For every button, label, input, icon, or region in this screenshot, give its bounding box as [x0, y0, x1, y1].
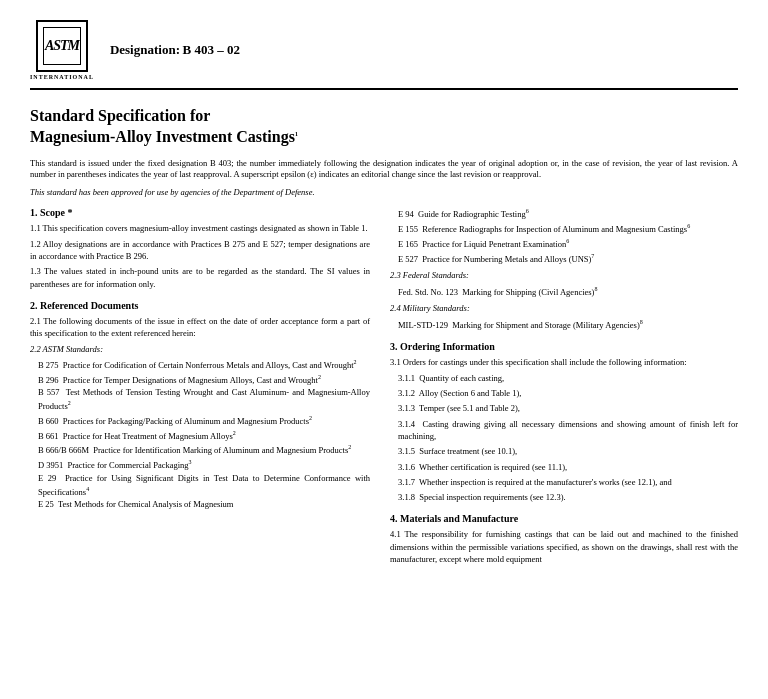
designation-value: B 403 – 02	[182, 42, 239, 57]
list-item: Fed. Std. No. 123 Marking for Shipping (…	[398, 285, 738, 299]
header: ASTM INTERNATIONAL Designation: B 403 – …	[30, 20, 738, 90]
list-item: 3.1.1 Quantity of each casting,	[398, 372, 738, 384]
list-item: B 660 Practices for Packaging/Packing of…	[38, 414, 370, 428]
military-standards-label: 2.4 Military Standards:	[390, 302, 738, 314]
list-item: MIL-STD-129 Marking for Shipment and Sto…	[398, 318, 738, 332]
list-item: D 3951 Practice for Commercial Packaging…	[38, 458, 370, 472]
designation-block: Designation: B 403 – 02	[110, 42, 240, 58]
list-item: 3.1.3 Temper (see 5.1 and Table 2),	[398, 402, 738, 414]
title-section: Standard Specification for Magnesium-All…	[30, 106, 738, 148]
ref-items-block: B 275 Practice for Codification of Certa…	[38, 358, 370, 511]
title-line1: Standard Specification for	[30, 107, 210, 124]
list-item: B 666/B 666M Practice for Identification…	[38, 443, 370, 457]
logo-international: INTERNATIONAL	[30, 74, 94, 80]
list-item: B 296 Practice for Temper Designations o…	[38, 373, 370, 387]
main-title: Standard Specification for Magnesium-All…	[30, 106, 738, 148]
list-item: B 557 Test Methods of Tension Testing Wr…	[38, 387, 370, 413]
ref-docs-p1: 2.1 The following documents of the issue…	[30, 315, 370, 340]
col-right: E 94 Guide for Radiographic Testing6 E 1…	[390, 207, 738, 568]
materials-p1: 4.1 The responsibility for furnishing ca…	[390, 528, 738, 565]
scope-p3: 1.3 The values stated in inch-pound unit…	[30, 265, 370, 290]
list-item: E 25 Test Methods for Chemical Analysis …	[38, 499, 370, 511]
preamble-text1: This standard is issued under the fixed …	[30, 158, 738, 182]
list-item: E 165 Practice for Liquid Penetrant Exam…	[398, 237, 738, 251]
ordering-p1: 3.1 Orders for castings under this speci…	[390, 356, 738, 368]
scope-p2: 1.2 Alloy designations are in accordance…	[30, 238, 370, 263]
list-item: 3.1.5 Surface treatment (see 10.1),	[398, 445, 738, 457]
ref-docs-p2-label: 2.2 ASTM Standards:	[30, 343, 370, 355]
designation-label: Designation:	[110, 42, 180, 57]
list-item: 3.1.4 Casting drawing giving all necessa…	[398, 418, 738, 443]
military-items-block: MIL-STD-129 Marking for Shipment and Sto…	[398, 318, 738, 332]
two-col-layout: 1. Scope * 1.1 This specification covers…	[30, 207, 738, 568]
title-line2: Magnesium-Alloy Investment Castings	[30, 128, 295, 145]
title-superscript: 1	[295, 130, 298, 136]
list-item: B 275 Practice for Codification of Certa…	[38, 358, 370, 372]
list-item: B 661 Practice for Heat Treatment of Mag…	[38, 429, 370, 443]
list-item: E 94 Guide for Radiographic Testing6	[398, 207, 738, 221]
list-item: 3.1.2 Alloy (Section 6 and Table 1),	[398, 387, 738, 399]
logo-inner: ASTM	[43, 27, 81, 65]
list-item: E 155 Reference Radiographs for Inspecti…	[398, 222, 738, 236]
list-item: 3.1.6 Whether certification is required …	[398, 461, 738, 473]
logo-container: ASTM INTERNATIONAL	[30, 20, 94, 80]
federal-items-block: Fed. Std. No. 123 Marking for Shipping (…	[398, 285, 738, 299]
section-3-heading: 3. Ordering Information	[390, 341, 738, 352]
federal-standards-label: 2.3 Federal Standards:	[390, 269, 738, 281]
list-item: E 527 Practice for Numbering Metals and …	[398, 252, 738, 266]
ordering-items-block: 3.1.1 Quantity of each casting, 3.1.2 Al…	[398, 372, 738, 504]
logo-text: ASTM	[45, 38, 79, 54]
col-left: 1. Scope * 1.1 This specification covers…	[30, 207, 370, 568]
list-item: E 29 Practice for Using Significant Digi…	[38, 473, 370, 499]
section-4-heading: 4. Materials and Manufacture	[390, 513, 738, 524]
list-item: 3.1.7 Whether inspection is required at …	[398, 476, 738, 488]
section-1-heading: 1. Scope *	[30, 207, 370, 218]
scope-p1: 1.1 This specification covers magnesium-…	[30, 222, 370, 234]
preamble-text2: This standard has been approved for use …	[30, 187, 738, 197]
list-item: 3.1.8 Special inspection requirements (s…	[398, 491, 738, 503]
astm-logo: ASTM	[36, 20, 88, 72]
ref-items-right-block: E 94 Guide for Radiographic Testing6 E 1…	[398, 207, 738, 265]
section-2-heading: 2. Referenced Documents	[30, 300, 370, 311]
page: ASTM INTERNATIONAL Designation: B 403 – …	[0, 0, 768, 588]
